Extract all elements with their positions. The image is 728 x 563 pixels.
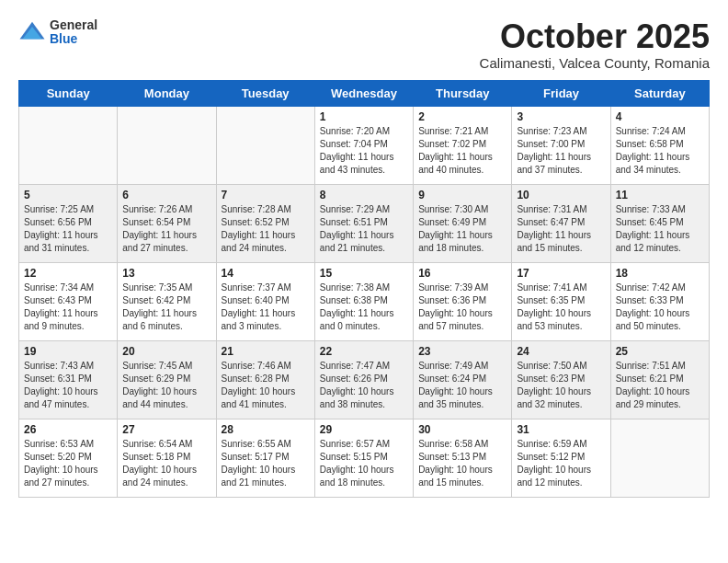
calendar-day-cell (216, 106, 314, 184)
weekday-header-monday: Monday (118, 80, 216, 106)
day-number: 9 (418, 189, 506, 201)
weekday-header-row: SundayMondayTuesdayWednesdayThursdayFrid… (19, 80, 710, 106)
day-number: 1 (320, 110, 408, 123)
day-info: Sunrise: 7:51 AM Sunset: 6:21 PM Dayligh… (616, 360, 704, 411)
day-number: 18 (616, 267, 704, 280)
day-info: Sunrise: 7:30 AM Sunset: 6:49 PM Dayligh… (418, 203, 506, 255)
calendar-day-cell: 27Sunrise: 6:54 AM Sunset: 5:18 PM Dayli… (118, 419, 216, 497)
day-number: 16 (418, 267, 506, 280)
day-info: Sunrise: 6:54 AM Sunset: 5:18 PM Dayligh… (122, 438, 210, 489)
calendar-day-cell: 19Sunrise: 7:43 AM Sunset: 6:31 PM Dayli… (19, 340, 118, 419)
calendar-day-cell: 12Sunrise: 7:34 AM Sunset: 6:43 PM Dayli… (19, 262, 118, 340)
day-info: Sunrise: 7:28 AM Sunset: 6:52 PM Dayligh… (222, 203, 310, 255)
day-number: 20 (122, 345, 210, 358)
day-info: Sunrise: 6:55 AM Sunset: 5:17 PM Dayligh… (222, 438, 310, 489)
calendar-day-cell: 15Sunrise: 7:38 AM Sunset: 6:38 PM Dayli… (314, 262, 413, 340)
day-number: 17 (517, 267, 605, 280)
calendar-day-cell: 7Sunrise: 7:28 AM Sunset: 6:52 PM Daylig… (216, 184, 314, 262)
day-info: Sunrise: 7:31 AM Sunset: 6:47 PM Dayligh… (517, 203, 605, 255)
calendar-day-cell (19, 106, 118, 184)
day-number: 11 (616, 189, 704, 201)
day-number: 21 (222, 345, 310, 358)
calendar-day-cell: 25Sunrise: 7:51 AM Sunset: 6:21 PM Dayli… (610, 340, 709, 419)
calendar-week-row: 19Sunrise: 7:43 AM Sunset: 6:31 PM Dayli… (19, 340, 710, 419)
day-info: Sunrise: 7:24 AM Sunset: 6:58 PM Dayligh… (616, 125, 704, 177)
calendar-day-cell (610, 419, 709, 497)
calendar-week-row: 12Sunrise: 7:34 AM Sunset: 6:43 PM Dayli… (19, 262, 710, 340)
day-number: 2 (418, 110, 506, 123)
day-number: 10 (517, 189, 605, 201)
day-info: Sunrise: 6:58 AM Sunset: 5:13 PM Dayligh… (418, 438, 506, 489)
weekday-header-saturday: Saturday (610, 80, 709, 106)
day-number: 23 (418, 345, 506, 358)
calendar-day-cell: 24Sunrise: 7:50 AM Sunset: 6:23 PM Dayli… (512, 340, 610, 419)
calendar-day-cell: 3Sunrise: 7:23 AM Sunset: 7:00 PM Daylig… (512, 106, 610, 184)
day-number: 29 (320, 423, 408, 436)
logo-icon (18, 18, 46, 46)
day-info: Sunrise: 7:34 AM Sunset: 6:43 PM Dayligh… (24, 282, 112, 333)
calendar-day-cell: 28Sunrise: 6:55 AM Sunset: 5:17 PM Dayli… (216, 419, 314, 497)
day-info: Sunrise: 7:25 AM Sunset: 6:56 PM Dayligh… (24, 203, 112, 255)
calendar-day-cell: 20Sunrise: 7:45 AM Sunset: 6:29 PM Dayli… (118, 340, 216, 419)
day-info: Sunrise: 7:41 AM Sunset: 6:35 PM Dayligh… (517, 282, 605, 333)
day-number: 25 (616, 345, 704, 358)
day-info: Sunrise: 7:45 AM Sunset: 6:29 PM Dayligh… (122, 360, 210, 411)
day-info: Sunrise: 7:29 AM Sunset: 6:51 PM Dayligh… (320, 203, 408, 255)
day-info: Sunrise: 7:46 AM Sunset: 6:28 PM Dayligh… (222, 360, 310, 411)
day-info: Sunrise: 7:43 AM Sunset: 6:31 PM Dayligh… (24, 360, 112, 411)
calendar-day-cell: 14Sunrise: 7:37 AM Sunset: 6:40 PM Dayli… (216, 262, 314, 340)
calendar-day-cell: 4Sunrise: 7:24 AM Sunset: 6:58 PM Daylig… (610, 106, 709, 184)
day-info: Sunrise: 7:35 AM Sunset: 6:42 PM Dayligh… (122, 282, 210, 333)
calendar-week-row: 1Sunrise: 7:20 AM Sunset: 7:04 PM Daylig… (19, 106, 710, 184)
day-info: Sunrise: 7:49 AM Sunset: 6:24 PM Dayligh… (418, 360, 506, 411)
calendar-day-cell: 6Sunrise: 7:26 AM Sunset: 6:54 PM Daylig… (118, 184, 216, 262)
day-number: 14 (222, 267, 310, 280)
calendar-day-cell: 10Sunrise: 7:31 AM Sunset: 6:47 PM Dayli… (512, 184, 610, 262)
calendar-day-cell: 5Sunrise: 7:25 AM Sunset: 6:56 PM Daylig… (19, 184, 118, 262)
day-info: Sunrise: 7:23 AM Sunset: 7:00 PM Dayligh… (517, 125, 605, 177)
calendar-day-cell: 2Sunrise: 7:21 AM Sunset: 7:02 PM Daylig… (414, 106, 512, 184)
day-info: Sunrise: 7:21 AM Sunset: 7:02 PM Dayligh… (418, 125, 506, 177)
day-number: 22 (320, 345, 408, 358)
calendar-day-cell: 18Sunrise: 7:42 AM Sunset: 6:33 PM Dayli… (610, 262, 709, 340)
calendar-day-cell: 8Sunrise: 7:29 AM Sunset: 6:51 PM Daylig… (314, 184, 413, 262)
page-header: General Blue October 2025 Calimanesti, V… (18, 18, 710, 71)
logo-blue-label: Blue (50, 32, 97, 46)
calendar-day-cell: 21Sunrise: 7:46 AM Sunset: 6:28 PM Dayli… (216, 340, 314, 419)
calendar-day-cell: 22Sunrise: 7:47 AM Sunset: 6:26 PM Dayli… (314, 340, 413, 419)
day-info: Sunrise: 7:33 AM Sunset: 6:45 PM Dayligh… (616, 203, 704, 255)
day-number: 5 (24, 189, 112, 201)
day-info: Sunrise: 6:59 AM Sunset: 5:12 PM Dayligh… (517, 438, 605, 489)
day-info: Sunrise: 7:50 AM Sunset: 6:23 PM Dayligh… (517, 360, 605, 411)
calendar-day-cell: 23Sunrise: 7:49 AM Sunset: 6:24 PM Dayli… (414, 340, 512, 419)
day-number: 12 (24, 267, 112, 280)
weekday-header-friday: Friday (512, 80, 610, 106)
day-number: 4 (616, 110, 704, 123)
day-number: 3 (517, 110, 605, 123)
day-info: Sunrise: 7:42 AM Sunset: 6:33 PM Dayligh… (616, 282, 704, 333)
day-number: 28 (222, 423, 310, 436)
calendar-week-row: 26Sunrise: 6:53 AM Sunset: 5:20 PM Dayli… (19, 419, 710, 497)
day-number: 19 (24, 345, 112, 358)
day-info: Sunrise: 7:37 AM Sunset: 6:40 PM Dayligh… (222, 282, 310, 333)
calendar-day-cell: 30Sunrise: 6:58 AM Sunset: 5:13 PM Dayli… (414, 419, 512, 497)
calendar-day-cell: 31Sunrise: 6:59 AM Sunset: 5:12 PM Dayli… (512, 419, 610, 497)
calendar-week-row: 5Sunrise: 7:25 AM Sunset: 6:56 PM Daylig… (19, 184, 710, 262)
day-number: 8 (320, 189, 408, 201)
day-number: 15 (320, 267, 408, 280)
calendar-day-cell (118, 106, 216, 184)
day-info: Sunrise: 6:53 AM Sunset: 5:20 PM Dayligh… (24, 438, 112, 489)
day-number: 30 (418, 423, 506, 436)
day-info: Sunrise: 6:57 AM Sunset: 5:15 PM Dayligh… (320, 438, 408, 489)
day-number: 27 (122, 423, 210, 436)
day-number: 26 (24, 423, 112, 436)
day-number: 31 (517, 423, 605, 436)
day-info: Sunrise: 7:38 AM Sunset: 6:38 PM Dayligh… (320, 282, 408, 333)
logo: General Blue (18, 18, 97, 47)
calendar-day-cell: 17Sunrise: 7:41 AM Sunset: 6:35 PM Dayli… (512, 262, 610, 340)
calendar-day-cell: 16Sunrise: 7:39 AM Sunset: 6:36 PM Dayli… (414, 262, 512, 340)
day-number: 7 (222, 189, 310, 201)
weekday-header-wednesday: Wednesday (314, 80, 413, 106)
day-number: 6 (122, 189, 210, 201)
day-info: Sunrise: 7:26 AM Sunset: 6:54 PM Dayligh… (122, 203, 210, 255)
